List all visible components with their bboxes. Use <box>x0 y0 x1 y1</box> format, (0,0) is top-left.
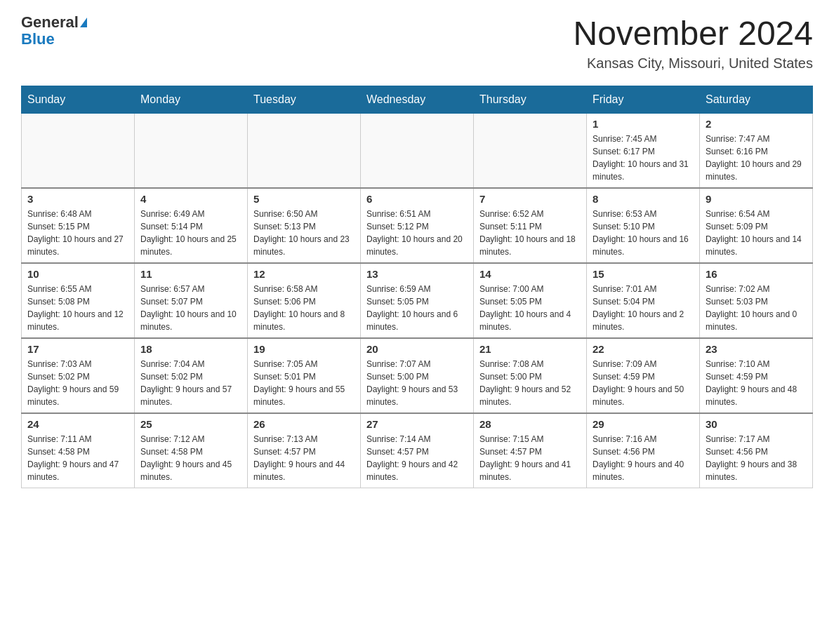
calendar-day-cell: 7Sunrise: 6:52 AMSunset: 5:11 PMDaylight… <box>474 188 587 263</box>
day-info: Sunrise: 6:49 AMSunset: 5:14 PMDaylight:… <box>140 208 241 258</box>
day-info: Sunrise: 7:12 AMSunset: 4:58 PMDaylight:… <box>140 433 241 483</box>
day-number: 22 <box>593 343 694 355</box>
calendar-day-cell: 30Sunrise: 7:17 AMSunset: 4:56 PMDayligh… <box>700 413 813 488</box>
day-number: 30 <box>706 418 807 430</box>
day-info: Sunrise: 7:13 AMSunset: 4:57 PMDaylight:… <box>253 433 355 483</box>
day-info: Sunrise: 7:10 AMSunset: 4:59 PMDaylight:… <box>706 358 807 408</box>
day-info: Sunrise: 7:09 AMSunset: 4:59 PMDaylight:… <box>593 358 694 408</box>
calendar-day-cell: 16Sunrise: 7:02 AMSunset: 5:03 PMDayligh… <box>700 263 813 338</box>
calendar-day-cell: 18Sunrise: 7:04 AMSunset: 5:02 PMDayligh… <box>135 338 248 413</box>
day-info: Sunrise: 7:17 AMSunset: 4:56 PMDaylight:… <box>706 433 807 483</box>
day-info: Sunrise: 6:52 AMSunset: 5:11 PMDaylight:… <box>479 208 581 258</box>
day-number: 19 <box>253 343 355 355</box>
calendar-day-cell: 12Sunrise: 6:58 AMSunset: 5:06 PMDayligh… <box>248 263 361 338</box>
calendar-day-cell: 25Sunrise: 7:12 AMSunset: 4:58 PMDayligh… <box>135 413 248 488</box>
day-info: Sunrise: 6:48 AMSunset: 5:15 PMDaylight:… <box>27 208 128 258</box>
day-info: Sunrise: 6:51 AMSunset: 5:12 PMDaylight:… <box>366 208 468 258</box>
weekday-header-row: Sunday Monday Tuesday Wednesday Thursday… <box>22 86 813 114</box>
calendar-day-cell: 23Sunrise: 7:10 AMSunset: 4:59 PMDayligh… <box>700 338 813 413</box>
calendar-week-row: 10Sunrise: 6:55 AMSunset: 5:08 PMDayligh… <box>22 263 813 338</box>
day-info: Sunrise: 7:15 AMSunset: 4:57 PMDaylight:… <box>479 433 581 483</box>
calendar-day-cell: 20Sunrise: 7:07 AMSunset: 5:00 PMDayligh… <box>361 338 474 413</box>
day-info: Sunrise: 7:45 AMSunset: 6:17 PMDaylight:… <box>593 133 694 183</box>
day-info: Sunrise: 7:08 AMSunset: 5:00 PMDaylight:… <box>479 358 581 408</box>
day-number: 29 <box>593 418 694 430</box>
day-number: 15 <box>593 268 694 280</box>
calendar-day-cell: 3Sunrise: 6:48 AMSunset: 5:15 PMDaylight… <box>22 188 135 263</box>
calendar-day-cell: 21Sunrise: 7:08 AMSunset: 5:00 PMDayligh… <box>474 338 587 413</box>
calendar-day-cell <box>22 114 135 189</box>
calendar-day-cell <box>135 114 248 189</box>
day-number: 18 <box>140 343 241 355</box>
calendar-week-row: 3Sunrise: 6:48 AMSunset: 5:15 PMDaylight… <box>22 188 813 263</box>
day-info: Sunrise: 7:11 AMSunset: 4:58 PMDaylight:… <box>27 433 128 483</box>
day-info: Sunrise: 7:05 AMSunset: 5:01 PMDaylight:… <box>253 358 355 408</box>
day-number: 8 <box>593 193 694 205</box>
logo-triangle-icon <box>80 18 87 27</box>
day-number: 27 <box>366 418 468 430</box>
day-number: 23 <box>706 343 807 355</box>
month-title: November 2024 <box>573 14 813 53</box>
day-info: Sunrise: 7:01 AMSunset: 5:04 PMDaylight:… <box>593 283 694 333</box>
calendar-day-cell <box>474 114 587 189</box>
day-info: Sunrise: 7:07 AMSunset: 5:00 PMDaylight:… <box>366 358 468 408</box>
calendar-day-cell: 8Sunrise: 6:53 AMSunset: 5:10 PMDaylight… <box>587 188 700 263</box>
day-number: 9 <box>706 193 807 205</box>
calendar-week-row: 17Sunrise: 7:03 AMSunset: 5:02 PMDayligh… <box>22 338 813 413</box>
day-info: Sunrise: 7:47 AMSunset: 6:16 PMDaylight:… <box>706 133 807 183</box>
calendar-day-cell: 13Sunrise: 6:59 AMSunset: 5:05 PMDayligh… <box>361 263 474 338</box>
title-area: November 2024 Kansas City, Missouri, Uni… <box>573 14 813 72</box>
calendar-day-cell: 28Sunrise: 7:15 AMSunset: 4:57 PMDayligh… <box>474 413 587 488</box>
calendar-day-cell <box>248 114 361 189</box>
day-number: 3 <box>27 193 128 205</box>
calendar-day-cell: 15Sunrise: 7:01 AMSunset: 5:04 PMDayligh… <box>587 263 700 338</box>
day-info: Sunrise: 6:58 AMSunset: 5:06 PMDaylight:… <box>253 283 355 333</box>
day-number: 12 <box>253 268 355 280</box>
calendar-day-cell: 24Sunrise: 7:11 AMSunset: 4:58 PMDayligh… <box>22 413 135 488</box>
day-info: Sunrise: 6:54 AMSunset: 5:09 PMDaylight:… <box>706 208 807 258</box>
day-number: 24 <box>27 418 128 430</box>
day-info: Sunrise: 6:53 AMSunset: 5:10 PMDaylight:… <box>593 208 694 258</box>
header-sunday: Sunday <box>22 86 135 114</box>
day-number: 13 <box>366 268 468 280</box>
calendar-week-row: 1Sunrise: 7:45 AMSunset: 6:17 PMDaylight… <box>22 114 813 189</box>
calendar-day-cell: 1Sunrise: 7:45 AMSunset: 6:17 PMDaylight… <box>587 114 700 189</box>
day-number: 2 <box>706 118 807 130</box>
calendar-day-cell: 2Sunrise: 7:47 AMSunset: 6:16 PMDaylight… <box>700 114 813 189</box>
location-subtitle: Kansas City, Missouri, United States <box>573 55 813 72</box>
day-number: 14 <box>479 268 581 280</box>
day-info: Sunrise: 6:59 AMSunset: 5:05 PMDaylight:… <box>366 283 468 333</box>
header-thursday: Thursday <box>474 86 587 114</box>
day-info: Sunrise: 7:03 AMSunset: 5:02 PMDaylight:… <box>27 358 128 408</box>
calendar-day-cell: 4Sunrise: 6:49 AMSunset: 5:14 PMDaylight… <box>135 188 248 263</box>
calendar-day-cell: 10Sunrise: 6:55 AMSunset: 5:08 PMDayligh… <box>22 263 135 338</box>
day-info: Sunrise: 7:16 AMSunset: 4:56 PMDaylight:… <box>593 433 694 483</box>
header-wednesday: Wednesday <box>361 86 474 114</box>
header-friday: Friday <box>587 86 700 114</box>
logo-blue-text: Blue <box>21 31 55 48</box>
calendar-day-cell: 9Sunrise: 6:54 AMSunset: 5:09 PMDaylight… <box>700 188 813 263</box>
calendar-day-cell: 26Sunrise: 7:13 AMSunset: 4:57 PMDayligh… <box>248 413 361 488</box>
day-number: 16 <box>706 268 807 280</box>
day-number: 4 <box>140 193 241 205</box>
calendar-day-cell: 6Sunrise: 6:51 AMSunset: 5:12 PMDaylight… <box>361 188 474 263</box>
day-info: Sunrise: 6:55 AMSunset: 5:08 PMDaylight:… <box>27 283 128 333</box>
calendar-week-row: 24Sunrise: 7:11 AMSunset: 4:58 PMDayligh… <box>22 413 813 488</box>
day-number: 11 <box>140 268 241 280</box>
calendar-day-cell: 27Sunrise: 7:14 AMSunset: 4:57 PMDayligh… <box>361 413 474 488</box>
header-saturday: Saturday <box>700 86 813 114</box>
calendar-day-cell: 19Sunrise: 7:05 AMSunset: 5:01 PMDayligh… <box>248 338 361 413</box>
logo-general-text: General <box>21 14 79 31</box>
day-number: 6 <box>366 193 468 205</box>
header-tuesday: Tuesday <box>248 86 361 114</box>
calendar-day-cell: 11Sunrise: 6:57 AMSunset: 5:07 PMDayligh… <box>135 263 248 338</box>
logo: General Blue <box>21 14 87 48</box>
day-number: 7 <box>479 193 581 205</box>
calendar-table: Sunday Monday Tuesday Wednesday Thursday… <box>21 86 813 488</box>
header-monday: Monday <box>135 86 248 114</box>
calendar-day-cell <box>361 114 474 189</box>
day-info: Sunrise: 7:00 AMSunset: 5:05 PMDaylight:… <box>479 283 581 333</box>
day-info: Sunrise: 7:04 AMSunset: 5:02 PMDaylight:… <box>140 358 241 408</box>
day-info: Sunrise: 7:14 AMSunset: 4:57 PMDaylight:… <box>366 433 468 483</box>
day-number: 28 <box>479 418 581 430</box>
